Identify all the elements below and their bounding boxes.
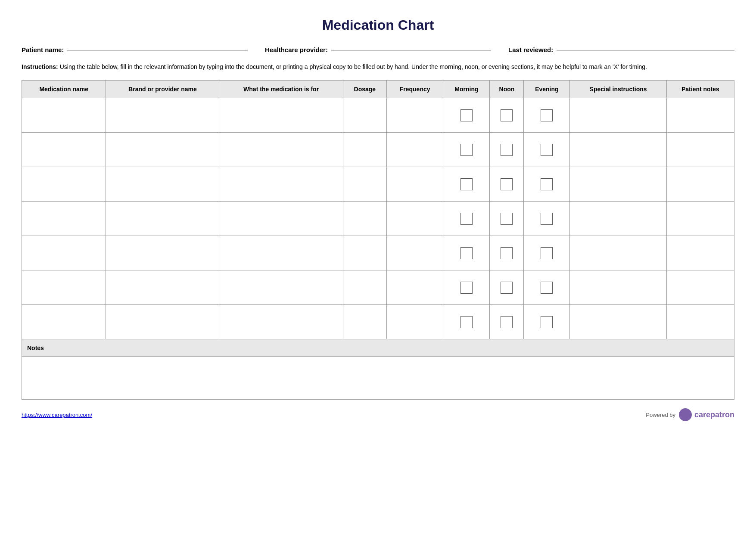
cell-special-6[interactable]: [570, 270, 667, 305]
cell-special-5[interactable]: [570, 236, 667, 270]
cell-dosage-6[interactable]: [343, 270, 386, 305]
cell-morning-4[interactable]: [443, 202, 490, 236]
morning-checkbox-3[interactable]: [460, 178, 473, 190]
cell-brand-name-4[interactable]: [106, 202, 219, 236]
cell-notes-3[interactable]: [666, 167, 734, 202]
footer-link[interactable]: https://www.carepatron.com/: [22, 412, 92, 418]
cell-brand-name-6[interactable]: [106, 270, 219, 305]
cell-notes-4[interactable]: [666, 202, 734, 236]
cell-what-for-7[interactable]: [219, 305, 343, 339]
cell-noon-4[interactable]: [490, 202, 524, 236]
morning-checkbox-1[interactable]: [460, 109, 473, 121]
cell-special-3[interactable]: [570, 167, 667, 202]
cell-what-for-5[interactable]: [219, 236, 343, 270]
healthcare-provider-label: Healthcare provider:: [265, 46, 328, 53]
col-what-for: What the medication is for: [219, 81, 343, 98]
noon-checkbox-3[interactable]: [501, 178, 513, 190]
morning-checkbox-4[interactable]: [460, 213, 473, 225]
cell-morning-6[interactable]: [443, 270, 490, 305]
cell-brand-name-7[interactable]: [106, 305, 219, 339]
cell-medication-name-5[interactable]: [22, 236, 106, 270]
noon-checkbox-1[interactable]: [501, 109, 513, 121]
cell-frequency-7[interactable]: [386, 305, 443, 339]
cell-morning-3[interactable]: [443, 167, 490, 202]
evening-checkbox-2[interactable]: [541, 144, 553, 156]
cell-notes-1[interactable]: [666, 98, 734, 133]
cell-medication-name-3[interactable]: [22, 167, 106, 202]
evening-checkbox-5[interactable]: [541, 247, 553, 259]
cell-dosage-7[interactable]: [343, 305, 386, 339]
cell-what-for-4[interactable]: [219, 202, 343, 236]
cell-special-4[interactable]: [570, 202, 667, 236]
instructions-block: Instructions: Using the table below, fil…: [22, 62, 734, 71]
cell-brand-name-1[interactable]: [106, 98, 219, 133]
noon-checkbox-4[interactable]: [501, 213, 513, 225]
evening-checkbox-4[interactable]: [541, 213, 553, 225]
last-reviewed-field: Last reviewed:: [508, 46, 734, 53]
notes-label: Notes: [22, 339, 734, 357]
evening-checkbox-1[interactable]: [541, 109, 553, 121]
cell-what-for-6[interactable]: [219, 270, 343, 305]
noon-checkbox-7[interactable]: [501, 316, 513, 328]
cell-evening-3[interactable]: [524, 167, 570, 202]
cell-evening-1[interactable]: [524, 98, 570, 133]
noon-checkbox-2[interactable]: [501, 144, 513, 156]
cell-dosage-3[interactable]: [343, 167, 386, 202]
cell-frequency-5[interactable]: [386, 236, 443, 270]
instructions-label: Instructions:: [22, 63, 58, 70]
cell-frequency-3[interactable]: [386, 167, 443, 202]
cell-special-7[interactable]: [570, 305, 667, 339]
cell-dosage-4[interactable]: [343, 202, 386, 236]
cell-medication-name-1[interactable]: [22, 98, 106, 133]
notes-content[interactable]: [22, 357, 734, 400]
cell-evening-7[interactable]: [524, 305, 570, 339]
cell-what-for-3[interactable]: [219, 167, 343, 202]
morning-checkbox-2[interactable]: [460, 144, 473, 156]
cell-what-for-2[interactable]: [219, 133, 343, 167]
cell-noon-2[interactable]: [490, 133, 524, 167]
cell-medication-name-2[interactable]: [22, 133, 106, 167]
noon-checkbox-6[interactable]: [501, 282, 513, 294]
evening-checkbox-7[interactable]: [541, 316, 553, 328]
cell-dosage-5[interactable]: [343, 236, 386, 270]
cell-special-1[interactable]: [570, 98, 667, 133]
cell-brand-name-2[interactable]: [106, 133, 219, 167]
cell-medication-name-6[interactable]: [22, 270, 106, 305]
cell-evening-5[interactable]: [524, 236, 570, 270]
cell-noon-3[interactable]: [490, 167, 524, 202]
cell-noon-6[interactable]: [490, 270, 524, 305]
cell-noon-1[interactable]: [490, 98, 524, 133]
morning-checkbox-5[interactable]: [460, 247, 473, 259]
cell-evening-2[interactable]: [524, 133, 570, 167]
morning-checkbox-7[interactable]: [460, 316, 473, 328]
cell-morning-2[interactable]: [443, 133, 490, 167]
evening-checkbox-3[interactable]: [541, 178, 553, 190]
carepatron-logo: carepatron: [679, 408, 734, 421]
cell-notes-7[interactable]: [666, 305, 734, 339]
cell-dosage-1[interactable]: [343, 98, 386, 133]
cell-morning-7[interactable]: [443, 305, 490, 339]
cell-evening-4[interactable]: [524, 202, 570, 236]
cell-notes-6[interactable]: [666, 270, 734, 305]
cell-notes-2[interactable]: [666, 133, 734, 167]
evening-checkbox-6[interactable]: [541, 282, 553, 294]
cell-noon-7[interactable]: [490, 305, 524, 339]
cell-what-for-1[interactable]: [219, 98, 343, 133]
cell-brand-name-3[interactable]: [106, 167, 219, 202]
cell-evening-6[interactable]: [524, 270, 570, 305]
cell-dosage-2[interactable]: [343, 133, 386, 167]
morning-checkbox-6[interactable]: [460, 282, 473, 294]
noon-checkbox-5[interactable]: [501, 247, 513, 259]
cell-frequency-6[interactable]: [386, 270, 443, 305]
cell-frequency-1[interactable]: [386, 98, 443, 133]
cell-morning-1[interactable]: [443, 98, 490, 133]
cell-morning-5[interactable]: [443, 236, 490, 270]
cell-frequency-4[interactable]: [386, 202, 443, 236]
cell-special-2[interactable]: [570, 133, 667, 167]
cell-medication-name-7[interactable]: [22, 305, 106, 339]
cell-notes-5[interactable]: [666, 236, 734, 270]
cell-medication-name-4[interactable]: [22, 202, 106, 236]
cell-brand-name-5[interactable]: [106, 236, 219, 270]
cell-noon-5[interactable]: [490, 236, 524, 270]
cell-frequency-2[interactable]: [386, 133, 443, 167]
